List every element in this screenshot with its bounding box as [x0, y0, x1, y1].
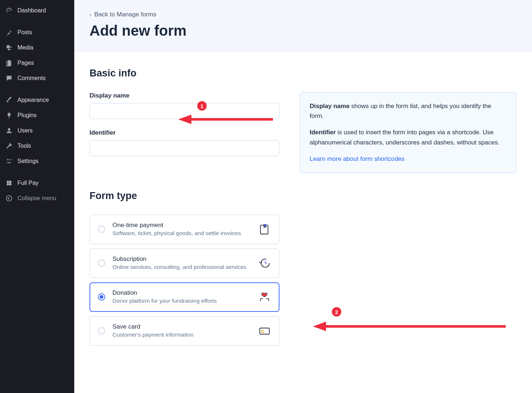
history-icon	[258, 257, 271, 270]
media-icon	[5, 44, 13, 52]
form-type-donation[interactable]: Donation Donor platform for your fundrai…	[90, 282, 279, 312]
fullpay-icon	[5, 179, 13, 187]
wrench-icon	[5, 142, 13, 150]
sidebar-item-label: Pages	[17, 60, 34, 66]
sidebar-item-label: Appearance	[17, 97, 49, 103]
heart-hands-icon	[258, 290, 271, 303]
sidebar-item-label: Posts	[17, 29, 32, 36]
back-link-label: Back to Manage forms	[94, 11, 156, 18]
radio-title: Save card	[112, 323, 251, 330]
page-header: ‹ Back to Manage forms Add new form	[74, 0, 532, 52]
radio-icon	[98, 259, 105, 267]
brush-icon	[5, 96, 13, 104]
basic-info-heading: Basic info	[90, 68, 517, 79]
user-icon	[5, 127, 13, 135]
sidebar-item-settings[interactable]: Settings	[0, 154, 74, 169]
sidebar-item-collapse[interactable]: Collapse menu	[0, 191, 74, 206]
sidebar-item-label: Collapse menu	[17, 195, 56, 202]
display-name-label: Display name	[90, 92, 279, 99]
display-name-input[interactable]	[90, 103, 279, 119]
pages-icon	[5, 59, 13, 67]
radio-title: Subscription	[112, 255, 251, 263]
annotation-badge-2: 2	[332, 307, 341, 317]
back-link[interactable]: ‹ Back to Manage forms	[90, 11, 156, 18]
identifier-input[interactable]	[90, 140, 279, 156]
sliders-icon	[5, 157, 13, 165]
sidebar-item-fullpay[interactable]: Full Pay	[0, 175, 74, 191]
sidebar-item-label: Full Pay	[17, 180, 39, 186]
sidebar-item-label: Comments	[17, 75, 45, 82]
sidebar-item-label: Media	[17, 44, 33, 51]
radio-icon	[98, 293, 105, 301]
radio-title: Donation	[112, 289, 251, 297]
radio-icon	[98, 327, 105, 334]
gauge-icon	[5, 7, 13, 15]
form-type-one-time[interactable]: One-time payment Software, ticket, physi…	[90, 215, 279, 244]
book-icon	[258, 223, 271, 236]
radio-desc: Software, ticket, physical goods, and se…	[112, 230, 251, 237]
sidebar-item-media[interactable]: Media	[0, 40, 74, 55]
sidebar-item-label: Plugins	[17, 112, 36, 119]
radio-desc: Donor platform for your fundraising effo…	[112, 297, 251, 305]
pin-icon	[5, 28, 13, 36]
form-type-save-card[interactable]: Save card Customer's payment information	[90, 316, 279, 346]
form-type-subscription[interactable]: Subscription Online services, consulting…	[90, 249, 279, 278]
svg-rect-3	[260, 328, 269, 334]
collapse-icon	[5, 194, 13, 202]
info-learn-more-link[interactable]: Learn more about form shortcodes	[310, 155, 405, 162]
info-identifier-text: is used to insert the form into pages vi…	[310, 129, 500, 146]
content: Basic info Display name Identifier Displ…	[74, 52, 532, 366]
sidebar-item-label: Tools	[17, 143, 31, 149]
sidebar-item-users[interactable]: Users	[0, 123, 74, 138]
info-display-name-bold: Display name	[310, 103, 350, 110]
sidebar-item-comments[interactable]: Comments	[0, 71, 74, 86]
svg-point-0	[7, 196, 12, 201]
sidebar-item-label: Dashboard	[17, 7, 46, 14]
radio-desc: Online services, consulting, and profess…	[112, 263, 251, 271]
form-type-heading: Form type	[90, 190, 279, 202]
info-box: Display name shows up in the form list, …	[300, 92, 517, 173]
sidebar-item-posts[interactable]: Posts	[0, 25, 74, 40]
sidebar-item-pages[interactable]: Pages	[0, 55, 74, 71]
plug-icon	[5, 111, 13, 119]
radio-icon	[98, 226, 105, 233]
annotation-badge-1: 1	[197, 101, 207, 111]
sidebar-item-dashboard[interactable]: Dashboard	[0, 3, 74, 18]
identifier-label: Identifier	[90, 129, 279, 136]
page-title: Add new form	[90, 23, 517, 39]
sidebar-item-appearance[interactable]: Appearance	[0, 92, 74, 108]
radio-desc: Customer's payment information	[112, 331, 251, 339]
sidebar-item-tools[interactable]: Tools	[0, 138, 74, 154]
info-identifier-bold: Identifier	[310, 129, 336, 136]
radio-title: One-time payment	[112, 222, 251, 229]
sidebar-item-plugins[interactable]: Plugins	[0, 108, 74, 123]
main-panel: ‹ Back to Manage forms Add new form Basi…	[74, 0, 532, 393]
credit-card-icon	[258, 324, 271, 337]
sidebar-item-label: Settings	[17, 158, 39, 164]
comment-icon	[5, 74, 13, 82]
sidebar-item-label: Users	[17, 127, 33, 134]
chevron-left-icon: ‹	[90, 11, 91, 18]
admin-sidebar: Dashboard Posts Media Pages Comments App…	[0, 0, 74, 393]
